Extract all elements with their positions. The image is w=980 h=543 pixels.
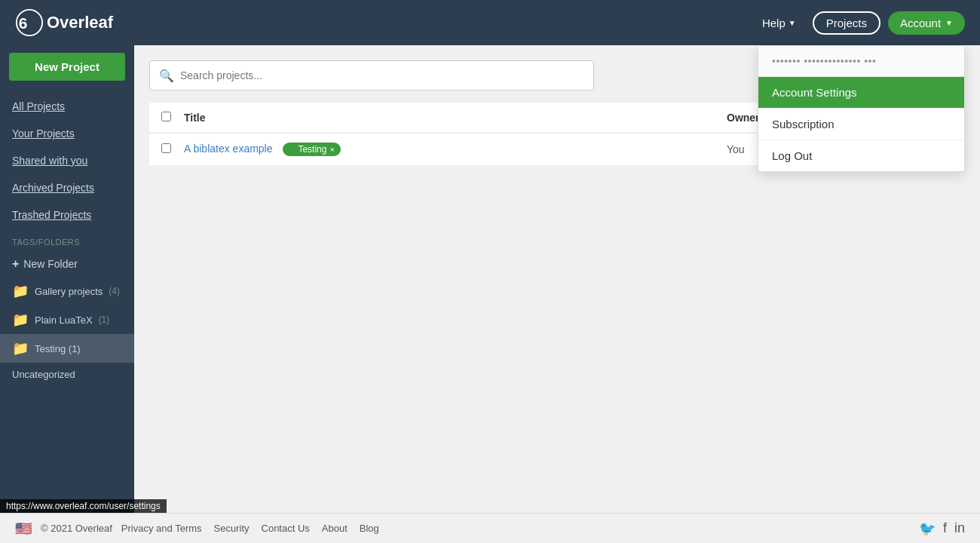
folder-count-plain-luatex: (1) [99, 314, 110, 325]
new-folder-label: New Folder [23, 258, 78, 270]
new-project-button[interactable]: New Project [9, 53, 125, 81]
dropdown-item-logout[interactable]: Log Out [758, 140, 964, 171]
help-caret-icon: ▼ [789, 19, 796, 27]
plus-icon: + [12, 257, 19, 271]
projects-label: Projects [826, 17, 867, 29]
sidebar-item-shared-with-you[interactable]: Shared with you [0, 147, 134, 174]
search-input[interactable] [180, 69, 584, 81]
footer-copyright: © 2021 Overleaf [41, 523, 112, 534]
footer-links: Privacy and Terms Security Contact Us Ab… [121, 523, 379, 534]
select-all-checkbox[interactable] [161, 112, 171, 121]
sidebar-item-your-projects[interactable]: Your Projects [0, 120, 134, 147]
search-icon: 🔍 [159, 69, 174, 83]
footer-link-security[interactable]: Security [214, 523, 250, 534]
folder-item-plain-luatex[interactable]: 📁 Plain LuaTeX (1) [0, 305, 134, 334]
footer-link-blog[interactable]: Blog [360, 523, 379, 534]
row-checkbox[interactable] [161, 143, 171, 153]
tag-remove-icon[interactable]: × [329, 145, 334, 154]
folder-count-gallery: (4) [109, 286, 120, 296]
account-label: Account [900, 17, 941, 29]
folder-icon-gallery: 📁 [12, 283, 29, 299]
folder-icon-testing: 📁 [12, 340, 29, 357]
footer-link-contact[interactable]: Contact Us [262, 523, 310, 534]
linkedin-icon[interactable]: in [954, 520, 965, 537]
project-link[interactable]: A biblatex example [184, 143, 273, 155]
folder-icon-plain-luatex: 📁 [12, 311, 29, 328]
folder-label-gallery: Gallery projects [35, 286, 103, 297]
folder-item-gallery-projects[interactable]: 📁 Gallery projects (4) [0, 277, 134, 305]
account-button[interactable]: Account ▼ [888, 11, 965, 35]
overleaf-logo-icon: 6 [15, 8, 44, 37]
folder-label-plain-luatex: Plain LuaTeX [35, 314, 93, 326]
account-dropdown: ••••••• •••••••••••••• ••• Account Setti… [758, 45, 965, 172]
logo-text: Overleaf [47, 13, 113, 32]
twitter-icon[interactable]: 🐦 [919, 520, 936, 537]
dropdown-item-account-settings[interactable]: Account Settings [758, 77, 964, 108]
sidebar-item-trashed-projects[interactable]: Trashed Projects [0, 201, 134, 229]
new-folder-button[interactable]: + New Folder [0, 251, 134, 277]
help-button[interactable]: Help ▼ [753, 12, 805, 34]
search-bar: 🔍 [149, 60, 594, 90]
footer-left: 🇺🇸 © 2021 Overleaf Privacy and Terms Sec… [15, 520, 379, 537]
facebook-icon[interactable]: f [943, 520, 947, 537]
logo[interactable]: 6 Overleaf [15, 8, 113, 37]
folder-label-testing: Testing (1) [35, 343, 81, 354]
col-title-header: Title [184, 112, 727, 124]
footer: 🇺🇸 © 2021 Overleaf Privacy and Terms Sec… [0, 513, 980, 543]
dropdown-email: ••••••• •••••••••••••• ••• [758, 46, 964, 77]
dropdown-item-subscription[interactable]: Subscription [758, 109, 964, 140]
footer-link-privacy[interactable]: Privacy and Terms [121, 523, 202, 534]
footer-link-about[interactable]: About [322, 523, 348, 534]
folder-item-uncategorized[interactable]: Uncategorized [0, 363, 134, 386]
url-tooltip: https://www.overleaf.com/user/settings [0, 499, 167, 513]
header-right: Help ▼ Projects Account ▼ [753, 11, 965, 35]
tag-dot-icon [289, 146, 295, 152]
help-label: Help [762, 17, 786, 29]
tag-label: Testing [298, 144, 326, 155]
tags-folders-label: TAGS/FOLDERS [0, 229, 134, 251]
projects-button[interactable]: Projects [813, 11, 880, 35]
account-caret-icon: ▼ [945, 19, 953, 27]
footer-social: 🐦 f in [919, 520, 965, 537]
folder-label-uncategorized: Uncategorized [12, 369, 75, 380]
header: 6 Overleaf Help ▼ Projects Account ▼ [0, 0, 980, 45]
flag-icon: 🇺🇸 [15, 520, 32, 537]
folder-item-testing[interactable]: 📁 Testing (1) [0, 334, 134, 363]
tag-badge-testing: Testing × [283, 143, 340, 156]
sidebar-item-all-projects[interactable]: All Projects [0, 93, 134, 120]
svg-text:6: 6 [19, 14, 28, 32]
sidebar: New Project All Projects Your Projects S… [0, 45, 134, 513]
sidebar-item-archived-projects[interactable]: Archived Projects [0, 174, 134, 201]
